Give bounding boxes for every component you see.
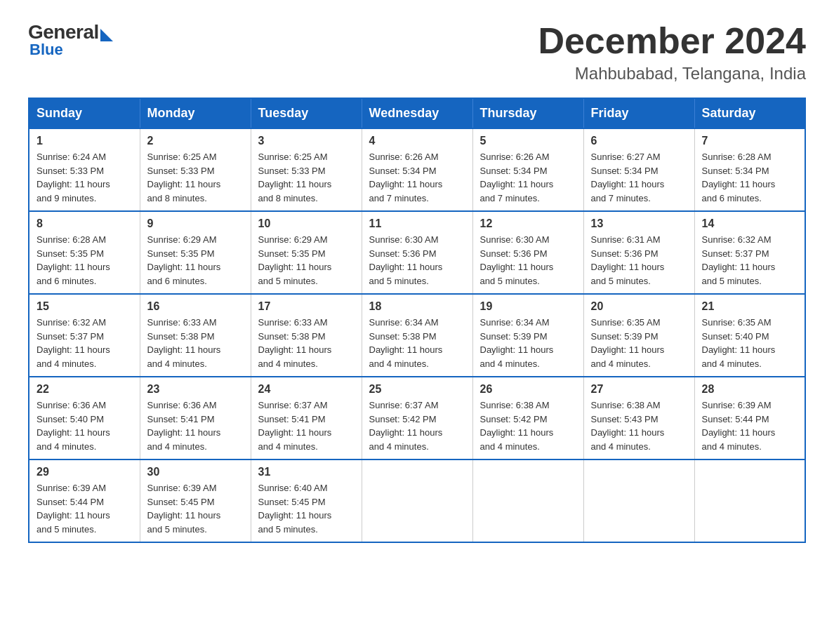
day-info: Sunrise: 6:32 AMSunset: 5:37 PMDaylight:…: [702, 233, 798, 288]
calendar-day-cell: 7Sunrise: 6:28 AMSunset: 5:34 PMDaylight…: [694, 128, 805, 211]
calendar-day-cell: 3Sunrise: 6:25 AMSunset: 5:33 PMDaylight…: [251, 128, 362, 211]
calendar-day-cell: 13Sunrise: 6:31 AMSunset: 5:36 PMDayligh…: [583, 211, 694, 294]
day-info: Sunrise: 6:29 AMSunset: 5:35 PMDaylight:…: [147, 233, 244, 288]
day-number: 8: [37, 217, 133, 230]
calendar-table: SundayMondayTuesdayWednesdayThursdayFrid…: [28, 98, 806, 543]
calendar-day-cell: 26Sunrise: 6:38 AMSunset: 5:42 PMDayligh…: [472, 377, 583, 459]
calendar-day-cell: 23Sunrise: 6:36 AMSunset: 5:41 PMDayligh…: [140, 377, 251, 459]
day-info: Sunrise: 6:33 AMSunset: 5:38 PMDaylight:…: [258, 316, 355, 370]
header-friday: Friday: [583, 98, 694, 128]
calendar-day-cell: 4Sunrise: 6:26 AMSunset: 5:34 PMDaylight…: [362, 128, 472, 211]
calendar-day-cell: [472, 459, 583, 542]
page-header: General Blue December 2024 Mahbubabad, T…: [28, 21, 806, 83]
day-info: Sunrise: 6:38 AMSunset: 5:42 PMDaylight:…: [480, 398, 576, 453]
calendar-day-cell: 19Sunrise: 6:34 AMSunset: 5:39 PMDayligh…: [472, 294, 583, 377]
day-number: 22: [37, 383, 133, 396]
logo-blue-text: Blue: [29, 41, 63, 59]
calendar-day-cell: 10Sunrise: 6:29 AMSunset: 5:35 PMDayligh…: [251, 211, 362, 294]
day-info: Sunrise: 6:26 AMSunset: 5:34 PMDaylight:…: [369, 150, 465, 205]
day-info: Sunrise: 6:32 AMSunset: 5:37 PMDaylight:…: [37, 316, 133, 370]
logo: General Blue: [28, 21, 113, 59]
calendar-day-cell: 29Sunrise: 6:39 AMSunset: 5:44 PMDayligh…: [29, 459, 140, 542]
calendar-day-cell: 1Sunrise: 6:24 AMSunset: 5:33 PMDaylight…: [29, 128, 140, 211]
day-number: 7: [702, 135, 798, 147]
header-sunday: Sunday: [29, 98, 140, 128]
day-info: Sunrise: 6:28 AMSunset: 5:35 PMDaylight:…: [37, 233, 133, 288]
day-number: 26: [480, 383, 576, 396]
header-tuesday: Tuesday: [251, 98, 362, 128]
day-number: 5: [480, 135, 576, 147]
day-number: 2: [147, 135, 244, 147]
calendar-week-1: 1Sunrise: 6:24 AMSunset: 5:33 PMDaylight…: [29, 128, 805, 211]
day-info: Sunrise: 6:37 AMSunset: 5:41 PMDaylight:…: [258, 398, 355, 453]
day-info: Sunrise: 6:38 AMSunset: 5:43 PMDaylight:…: [591, 398, 687, 453]
title-area: December 2024 Mahbubabad, Telangana, Ind…: [538, 21, 806, 83]
day-number: 27: [591, 383, 687, 396]
day-info: Sunrise: 6:27 AMSunset: 5:34 PMDaylight:…: [591, 150, 687, 205]
day-number: 28: [702, 383, 798, 396]
day-number: 18: [369, 300, 465, 313]
calendar-day-cell: 14Sunrise: 6:32 AMSunset: 5:37 PMDayligh…: [694, 211, 805, 294]
day-number: 14: [702, 217, 798, 230]
calendar-day-cell: 20Sunrise: 6:35 AMSunset: 5:39 PMDayligh…: [583, 294, 694, 377]
day-number: 23: [147, 383, 244, 396]
calendar-header-row: SundayMondayTuesdayWednesdayThursdayFrid…: [29, 98, 805, 128]
day-number: 10: [258, 217, 355, 230]
calendar-day-cell: [362, 459, 472, 542]
calendar-day-cell: 16Sunrise: 6:33 AMSunset: 5:38 PMDayligh…: [140, 294, 251, 377]
day-number: 6: [591, 135, 687, 147]
day-number: 31: [258, 466, 355, 478]
calendar-day-cell: 5Sunrise: 6:26 AMSunset: 5:34 PMDaylight…: [472, 128, 583, 211]
day-number: 16: [147, 300, 244, 313]
day-info: Sunrise: 6:39 AMSunset: 5:45 PMDaylight:…: [147, 481, 244, 536]
calendar-day-cell: 12Sunrise: 6:30 AMSunset: 5:36 PMDayligh…: [472, 211, 583, 294]
day-number: 20: [591, 300, 687, 313]
calendar-day-cell: 11Sunrise: 6:30 AMSunset: 5:36 PMDayligh…: [362, 211, 472, 294]
day-number: 9: [147, 217, 244, 230]
day-info: Sunrise: 6:25 AMSunset: 5:33 PMDaylight:…: [147, 150, 244, 205]
day-number: 11: [369, 217, 465, 230]
day-info: Sunrise: 6:34 AMSunset: 5:38 PMDaylight:…: [369, 316, 465, 370]
day-info: Sunrise: 6:37 AMSunset: 5:42 PMDaylight:…: [369, 398, 465, 453]
day-info: Sunrise: 6:24 AMSunset: 5:33 PMDaylight:…: [37, 150, 133, 205]
calendar-day-cell: 24Sunrise: 6:37 AMSunset: 5:41 PMDayligh…: [251, 377, 362, 459]
calendar-day-cell: [583, 459, 694, 542]
day-number: 3: [258, 135, 355, 147]
calendar-day-cell: 8Sunrise: 6:28 AMSunset: 5:35 PMDaylight…: [29, 211, 140, 294]
day-number: 13: [591, 217, 687, 230]
day-info: Sunrise: 6:28 AMSunset: 5:34 PMDaylight:…: [702, 150, 798, 205]
day-info: Sunrise: 6:31 AMSunset: 5:36 PMDaylight:…: [591, 233, 687, 288]
day-info: Sunrise: 6:40 AMSunset: 5:45 PMDaylight:…: [258, 481, 355, 536]
day-number: 30: [147, 466, 244, 478]
calendar-day-cell: 25Sunrise: 6:37 AMSunset: 5:42 PMDayligh…: [362, 377, 472, 459]
header-thursday: Thursday: [472, 98, 583, 128]
day-info: Sunrise: 6:39 AMSunset: 5:44 PMDaylight:…: [37, 481, 133, 536]
logo-arrow-icon: [100, 29, 113, 41]
day-info: Sunrise: 6:29 AMSunset: 5:35 PMDaylight:…: [258, 233, 355, 288]
day-info: Sunrise: 6:34 AMSunset: 5:39 PMDaylight:…: [480, 316, 576, 370]
calendar-week-4: 22Sunrise: 6:36 AMSunset: 5:40 PMDayligh…: [29, 377, 805, 459]
calendar-day-cell: 27Sunrise: 6:38 AMSunset: 5:43 PMDayligh…: [583, 377, 694, 459]
day-number: 12: [480, 217, 576, 230]
calendar-day-cell: [694, 459, 805, 542]
day-number: 29: [37, 466, 133, 478]
calendar-day-cell: 22Sunrise: 6:36 AMSunset: 5:40 PMDayligh…: [29, 377, 140, 459]
day-info: Sunrise: 6:30 AMSunset: 5:36 PMDaylight:…: [369, 233, 465, 288]
day-info: Sunrise: 6:36 AMSunset: 5:40 PMDaylight:…: [37, 398, 133, 453]
header-monday: Monday: [140, 98, 251, 128]
calendar-day-cell: 9Sunrise: 6:29 AMSunset: 5:35 PMDaylight…: [140, 211, 251, 294]
day-number: 25: [369, 383, 465, 396]
day-info: Sunrise: 6:26 AMSunset: 5:34 PMDaylight:…: [480, 150, 576, 205]
calendar-day-cell: 15Sunrise: 6:32 AMSunset: 5:37 PMDayligh…: [29, 294, 140, 377]
calendar-day-cell: 18Sunrise: 6:34 AMSunset: 5:38 PMDayligh…: [362, 294, 472, 377]
day-number: 17: [258, 300, 355, 313]
day-info: Sunrise: 6:25 AMSunset: 5:33 PMDaylight:…: [258, 150, 355, 205]
day-info: Sunrise: 6:35 AMSunset: 5:39 PMDaylight:…: [591, 316, 687, 370]
day-info: Sunrise: 6:30 AMSunset: 5:36 PMDaylight:…: [480, 233, 576, 288]
day-number: 24: [258, 383, 355, 396]
calendar-week-3: 15Sunrise: 6:32 AMSunset: 5:37 PMDayligh…: [29, 294, 805, 377]
calendar-day-cell: 28Sunrise: 6:39 AMSunset: 5:44 PMDayligh…: [694, 377, 805, 459]
day-info: Sunrise: 6:35 AMSunset: 5:40 PMDaylight:…: [702, 316, 798, 370]
day-info: Sunrise: 6:39 AMSunset: 5:44 PMDaylight:…: [702, 398, 798, 453]
calendar-subtitle: Mahbubabad, Telangana, India: [538, 64, 806, 83]
